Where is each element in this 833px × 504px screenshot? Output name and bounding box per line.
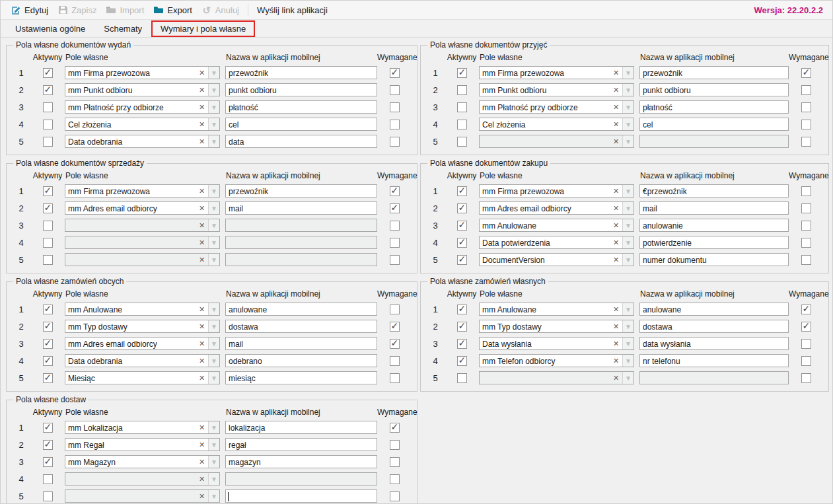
chevron-down-icon[interactable]: ▼ [208, 236, 219, 248]
mobile-name-input[interactable]: płatność [225, 100, 377, 114]
chevron-down-icon[interactable]: ▼ [622, 202, 634, 214]
clear-x-icon[interactable]: ✕ [610, 202, 622, 214]
clear-x-icon[interactable]: ✕ [610, 320, 622, 332]
active-checkbox[interactable] [457, 339, 467, 349]
clear-x-icon[interactable]: ✕ [610, 67, 622, 79]
mobile-name-input[interactable]: dostawa [639, 320, 789, 333]
tab-wymiary-i-pola-wlasne[interactable]: Wymiary i pola własne [151, 20, 255, 37]
required-checkbox[interactable] [801, 186, 811, 196]
field-combobox[interactable]: mm Punkt odbioru ✕ ▼ [65, 83, 220, 96]
mobile-name-input[interactable]: magazyn [225, 455, 377, 468]
active-checkbox[interactable] [43, 339, 53, 349]
required-checkbox[interactable] [390, 186, 400, 196]
required-checkbox[interactable] [390, 373, 400, 383]
field-combobox[interactable]: mm Punkt odbioru ✕ ▼ [479, 83, 634, 96]
chevron-down-icon[interactable]: ▼ [622, 67, 634, 79]
required-checkbox[interactable] [390, 120, 400, 129]
chevron-down-icon[interactable]: ▼ [622, 338, 634, 349]
active-checkbox[interactable] [457, 137, 467, 147]
field-combobox[interactable]: mm Magazyn ✕ ▼ [65, 455, 220, 468]
active-checkbox[interactable] [43, 120, 53, 129]
save-button[interactable]: Zapisz [53, 3, 101, 17]
active-checkbox[interactable] [43, 457, 53, 467]
required-checkbox[interactable] [390, 203, 400, 213]
field-combobox[interactable]: mm Typ dostawy ✕ ▼ [65, 320, 220, 333]
active-checkbox[interactable] [43, 221, 53, 231]
chevron-down-icon[interactable]: ▼ [208, 473, 219, 485]
mobile-name-input[interactable]: punkt odbioru [639, 83, 789, 96]
mobile-name-input[interactable]: płatność [639, 100, 789, 114]
mobile-name-input[interactable] [639, 371, 789, 384]
field-combobox[interactable]: ✕ ▼ [479, 135, 634, 148]
required-checkbox[interactable] [390, 221, 400, 231]
chevron-down-icon[interactable]: ▼ [622, 118, 634, 130]
field-combobox[interactable]: mm Firma przewozowa ✕ ▼ [65, 66, 220, 79]
chevron-down-icon[interactable]: ▼ [208, 202, 219, 214]
clear-x-icon[interactable]: ✕ [196, 185, 208, 197]
mobile-name-input[interactable]: miesiąc [225, 371, 377, 384]
active-checkbox[interactable] [43, 474, 53, 484]
clear-x-icon[interactable]: ✕ [610, 355, 622, 367]
required-checkbox[interactable] [390, 474, 400, 484]
active-checkbox[interactable] [457, 356, 467, 366]
required-checkbox[interactable] [390, 339, 400, 349]
active-checkbox[interactable] [457, 255, 467, 265]
field-combobox[interactable]: Cel złożenia ✕ ▼ [65, 118, 220, 131]
active-checkbox[interactable] [43, 356, 53, 366]
field-combobox[interactable]: mm Anulowane ✕ ▼ [479, 303, 634, 316]
required-checkbox[interactable] [801, 373, 811, 383]
field-combobox[interactable]: mm Adres email odbiorcy ✕ ▼ [65, 201, 220, 215]
mobile-name-input[interactable] [225, 472, 377, 486]
required-checkbox[interactable] [390, 85, 400, 95]
mobile-name-input[interactable]: regał [225, 438, 377, 451]
field-combobox[interactable]: mm Typ dostawy ✕ ▼ [479, 320, 634, 333]
active-checkbox[interactable] [43, 186, 53, 196]
mobile-name-input[interactable]: dostawa [225, 320, 377, 333]
clear-x-icon[interactable]: ✕ [610, 236, 622, 248]
mobile-name-input[interactable]: przewoźnik [639, 66, 789, 79]
clear-x-icon[interactable]: ✕ [196, 320, 208, 332]
clear-x-icon[interactable]: ✕ [196, 456, 208, 468]
active-checkbox[interactable] [43, 322, 53, 332]
active-checkbox[interactable] [457, 68, 467, 78]
chevron-down-icon[interactable]: ▼ [208, 101, 219, 113]
chevron-down-icon[interactable]: ▼ [208, 219, 219, 231]
chevron-down-icon[interactable]: ▼ [622, 303, 634, 315]
required-checkbox[interactable] [801, 203, 811, 213]
required-checkbox[interactable] [390, 440, 400, 450]
chevron-down-icon[interactable]: ▼ [208, 456, 219, 468]
required-checkbox[interactable] [801, 221, 811, 231]
field-combobox[interactable]: Data odebrania ✕ ▼ [65, 354, 220, 367]
chevron-down-icon[interactable]: ▼ [622, 320, 634, 332]
active-checkbox[interactable] [43, 102, 53, 112]
mobile-name-input[interactable]: anulowane [225, 303, 377, 316]
field-combobox[interactable]: mm Firma przewozowa ✕ ▼ [65, 184, 220, 198]
mobile-name-input[interactable]: mail [225, 337, 377, 350]
mobile-name-input[interactable] [225, 489, 377, 503]
chevron-down-icon[interactable]: ▼ [622, 101, 634, 113]
required-checkbox[interactable] [801, 137, 811, 147]
mobile-name-input[interactable]: data wysłania [639, 337, 789, 350]
active-checkbox[interactable] [457, 305, 467, 314]
clear-x-icon[interactable]: ✕ [196, 421, 208, 433]
chevron-down-icon[interactable]: ▼ [208, 84, 219, 96]
chevron-down-icon[interactable]: ▼ [622, 135, 634, 147]
active-checkbox[interactable] [457, 102, 467, 112]
chevron-down-icon[interactable]: ▼ [622, 219, 634, 231]
mobile-name-input[interactable]: mail [639, 201, 789, 215]
required-checkbox[interactable] [390, 305, 400, 314]
active-checkbox[interactable] [457, 203, 467, 213]
clear-x-icon[interactable]: ✕ [196, 135, 208, 147]
field-combobox[interactable]: mm Telefon odbiorcy ✕ ▼ [479, 354, 634, 367]
tab-schematy[interactable]: Schematy [94, 21, 151, 36]
required-checkbox[interactable] [390, 68, 400, 78]
chevron-down-icon[interactable]: ▼ [208, 355, 219, 367]
clear-x-icon[interactable]: ✕ [610, 101, 622, 113]
mobile-name-input[interactable] [225, 219, 377, 232]
clear-x-icon[interactable]: ✕ [610, 303, 622, 315]
required-checkbox[interactable] [801, 255, 811, 265]
field-combobox[interactable]: Data wysłania ✕ ▼ [479, 337, 634, 350]
active-checkbox[interactable] [457, 238, 467, 248]
field-combobox[interactable]: mm Adres email odbiorcy ✕ ▼ [479, 201, 634, 215]
chevron-down-icon[interactable]: ▼ [622, 185, 634, 197]
